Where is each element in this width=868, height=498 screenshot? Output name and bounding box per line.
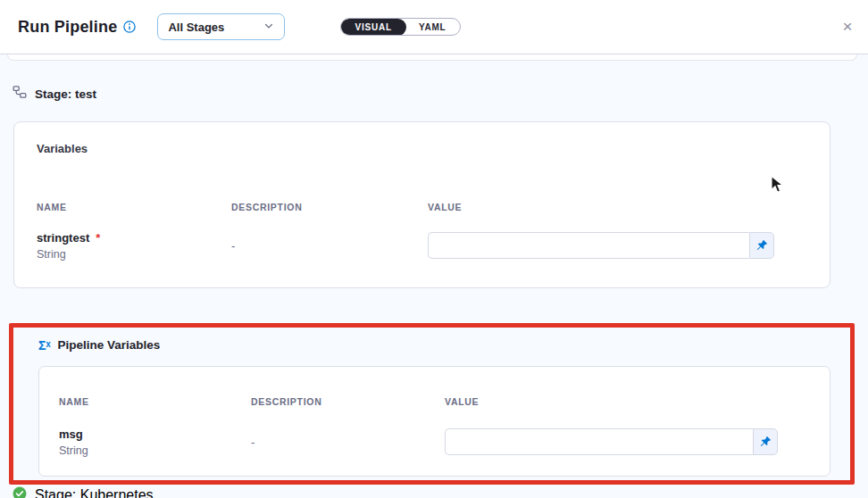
scrolled-card-edge: [7, 54, 857, 61]
pipeline-variables-table-header: NAME DESCRIPTION VALUE: [59, 396, 810, 407]
column-description: DESCRIPTION: [231, 202, 428, 212]
stage-selector-dropdown[interactable]: All Stages: [157, 13, 285, 40]
variable-name: stringtest: [37, 231, 89, 245]
variables-table-header: NAME DESCRIPTION VALUE: [37, 202, 807, 212]
pipeline-variables-title: Pipeline Variables: [58, 338, 161, 352]
run-pipeline-dialog: Run Pipeline All Stages VISUAL YAML ×: [0, 0, 868, 498]
column-description: DESCRIPTION: [251, 396, 445, 407]
success-check-icon: [13, 486, 27, 498]
pipeline-variables-heading: Σˣ Pipeline Variables: [38, 338, 160, 352]
close-button[interactable]: ×: [836, 15, 859, 38]
pipeline-variables-card: NAME DESCRIPTION VALUE msg String -: [38, 366, 830, 477]
variables-card: Variables NAME DESCRIPTION VALUE stringt…: [13, 121, 830, 288]
stringtest-value-input[interactable]: [428, 232, 749, 259]
column-name: NAME: [37, 202, 231, 212]
pipeline-variables-highlight: Σˣ Pipeline Variables NAME DESCRIPTION V…: [9, 323, 855, 485]
variable-description: -: [251, 436, 445, 449]
column-value: VALUE: [428, 202, 807, 212]
info-icon[interactable]: [123, 21, 136, 33]
runtime-input-pin-button[interactable]: [749, 232, 774, 259]
required-asterisk: *: [96, 231, 100, 245]
page-title: Run Pipeline: [18, 18, 117, 37]
stage-kubernetes-label: Stage: Kubernetes: [35, 487, 154, 498]
column-value: VALUE: [445, 396, 810, 407]
variable-type: String: [59, 444, 251, 459]
variable-type: String: [37, 248, 231, 262]
stage-test-label: Stage: test: [35, 87, 96, 101]
stage-test-heading: Stage: test: [13, 85, 96, 103]
tab-yaml[interactable]: YAML: [405, 20, 460, 35]
variable-description: -: [231, 239, 428, 253]
pin-icon: [755, 239, 768, 252]
variable-name-cell: stringtest* String: [37, 228, 231, 262]
dialog-header: Run Pipeline All Stages VISUAL YAML ×: [0, 0, 868, 54]
dialog-body: Stage: test Variables NAME DESCRIPTION V…: [0, 54, 868, 498]
pin-icon: [759, 436, 772, 448]
table-row: msg String -: [59, 422, 778, 461]
table-row: stringtest* String -: [37, 226, 774, 265]
header-divider: [0, 54, 868, 54]
stage-selector-value: All Stages: [168, 21, 224, 34]
variable-value-group: [428, 232, 774, 259]
variable-value-group: [445, 428, 778, 455]
sigma-variables-icon: Σˣ: [38, 339, 51, 352]
stage-chain-icon: [13, 85, 27, 103]
stage-kubernetes-heading: Stage: Kubernetes: [13, 486, 154, 498]
variable-name-cell: msg String: [59, 425, 251, 459]
tab-visual[interactable]: VISUAL: [340, 19, 405, 36]
variables-card-title: Variables: [37, 142, 88, 155]
column-name: NAME: [59, 396, 251, 407]
variable-name: msg: [59, 427, 83, 441]
chevron-down-icon: [263, 19, 274, 35]
msg-value-input[interactable]: [445, 428, 753, 455]
view-toggle: VISUAL YAML: [340, 18, 460, 36]
runtime-input-pin-button[interactable]: [753, 428, 778, 455]
